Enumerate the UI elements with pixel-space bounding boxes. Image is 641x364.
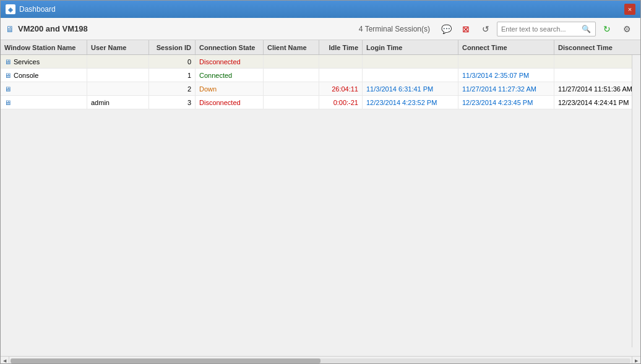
chat-button[interactable]: 💬 bbox=[437, 21, 455, 37]
disconnect-icon: ⊠ bbox=[462, 24, 470, 34]
scroll-thumb[interactable] bbox=[11, 358, 320, 363]
cell-connect-time: 12/23/2014 4:23:45 PM bbox=[458, 96, 554, 109]
title-bar-text: Dashboard bbox=[19, 5, 621, 14]
cell-idle-time: 26:04:11 bbox=[319, 82, 363, 95]
table-row[interactable]: 🖥Services0Disconnected bbox=[1, 55, 640, 69]
cell-conn-state: Disconnected bbox=[196, 55, 264, 68]
row-computer-icon: 🖥 bbox=[4, 99, 11, 106]
col-header-login-time[interactable]: Login Time bbox=[363, 40, 458, 54]
cell-login-time bbox=[363, 69, 458, 82]
cell-session-id: 1 bbox=[149, 69, 196, 82]
cell-disconnect-time bbox=[554, 69, 640, 82]
cell-idle-time bbox=[319, 69, 363, 82]
cell-connect-time: 11/27/2014 11:27:32 AM bbox=[458, 82, 554, 95]
refresh-icon: ↻ bbox=[603, 24, 611, 34]
cell-idle-time bbox=[319, 55, 363, 68]
cell-username bbox=[87, 55, 149, 68]
disconnect-button[interactable]: ⊠ bbox=[457, 21, 475, 37]
refresh-button[interactable]: ↻ bbox=[598, 21, 616, 37]
search-icon: 🔍 bbox=[582, 25, 591, 33]
col-header-conn-state[interactable]: Connection State bbox=[196, 40, 264, 54]
title-bar: ◈ Dashboard × bbox=[1, 1, 640, 18]
table-body: 🖥Services0Disconnected🖥Console1Connected… bbox=[1, 55, 640, 109]
cell-username bbox=[87, 82, 149, 95]
cell-idle-time: 0:00:-21 bbox=[319, 96, 363, 109]
cell-disconnect-time: 12/23/2014 4:24:41 PM bbox=[554, 96, 640, 109]
cell-session-id: 0 bbox=[149, 55, 196, 68]
cell-login-time bbox=[363, 55, 458, 68]
search-input[interactable] bbox=[501, 25, 582, 33]
back-icon: ↺ bbox=[482, 24, 489, 34]
gear-icon: ⚙ bbox=[623, 24, 631, 34]
server-name: VM200 and VM198 bbox=[18, 24, 88, 33]
cell-conn-state: Disconnected bbox=[196, 96, 264, 109]
server-icon: 🖥 bbox=[6, 24, 14, 34]
cell-window-station: 🖥 bbox=[1, 82, 87, 95]
col-header-client-name[interactable]: Client Name bbox=[264, 40, 319, 54]
cell-client-name bbox=[264, 82, 319, 95]
col-header-connect-time[interactable]: Connect Time bbox=[458, 40, 554, 54]
table-row[interactable]: 🖥admin3Disconnected0:00:-2112/23/2014 4:… bbox=[1, 96, 640, 109]
content-area: 🖥Services0Disconnected🖥Console1Connected… bbox=[1, 55, 640, 356]
cell-username: admin bbox=[87, 96, 149, 109]
close-button[interactable]: × bbox=[624, 4, 635, 15]
column-headers: Window Station NameUser NameSession IDCo… bbox=[1, 40, 640, 55]
col-header-username[interactable]: User Name bbox=[87, 40, 149, 54]
cell-window-station: 🖥Console bbox=[1, 69, 87, 82]
cell-client-name bbox=[264, 69, 319, 82]
row-computer-icon: 🖥 bbox=[4, 85, 11, 93]
cell-login-time: 12/23/2014 4:23:52 PM bbox=[363, 96, 458, 109]
row-computer-icon: 🖥 bbox=[4, 72, 11, 79]
undo-button[interactable]: ↺ bbox=[477, 21, 494, 37]
session-count: 4 Terminal Session(s) bbox=[359, 25, 430, 33]
cell-session-id: 2 bbox=[149, 82, 196, 95]
cell-session-id: 3 bbox=[149, 96, 196, 109]
cell-connect-time bbox=[458, 55, 554, 68]
cell-client-name bbox=[264, 96, 319, 109]
cell-login-time: 11/3/2014 6:31:41 PM bbox=[363, 82, 458, 95]
cell-disconnect-time: 11/27/2014 11:51:36 AM bbox=[554, 82, 640, 95]
chat-icon: 💬 bbox=[441, 24, 452, 34]
col-header-disconnect-time[interactable]: Disconnect Time bbox=[554, 40, 640, 54]
row-computer-icon: 🖥 bbox=[4, 58, 11, 66]
settings-button[interactable]: ⚙ bbox=[618, 21, 635, 37]
cell-connect-time: 11/3/2014 2:35:07 PM bbox=[458, 69, 554, 82]
cell-username bbox=[87, 69, 149, 82]
cell-conn-state: Connected bbox=[196, 69, 264, 82]
cell-client-name bbox=[264, 55, 319, 68]
cell-window-station: 🖥Services bbox=[1, 55, 87, 68]
vertical-scrollbar[interactable] bbox=[632, 55, 640, 347]
table-row[interactable]: 🖥2Down26:04:1111/3/2014 6:31:41 PM11/27/… bbox=[1, 82, 640, 96]
table-row[interactable]: 🖥Console1Connected11/3/2014 2:35:07 PM bbox=[1, 69, 640, 82]
cell-window-station: 🖥 bbox=[1, 96, 87, 109]
toolbar-title-section: 🖥 VM200 and VM198 bbox=[6, 24, 356, 34]
search-box: 🔍 bbox=[497, 22, 596, 36]
scroll-track bbox=[11, 358, 630, 363]
horizontal-scrollbar[interactable]: ◀ ▶ bbox=[1, 356, 640, 364]
col-header-window-station[interactable]: Window Station Name bbox=[1, 40, 87, 54]
scroll-left-button[interactable]: ◀ bbox=[1, 357, 9, 365]
col-header-idle-time[interactable]: Idle Time bbox=[319, 40, 363, 54]
app-icon: ◈ bbox=[6, 4, 15, 14]
cell-disconnect-time bbox=[554, 55, 640, 68]
scroll-right-button[interactable]: ▶ bbox=[632, 357, 640, 365]
col-header-session-id[interactable]: Session ID bbox=[149, 40, 196, 54]
toolbar: 🖥 VM200 and VM198 4 Terminal Session(s) … bbox=[1, 18, 640, 40]
cell-conn-state: Down bbox=[196, 82, 264, 95]
